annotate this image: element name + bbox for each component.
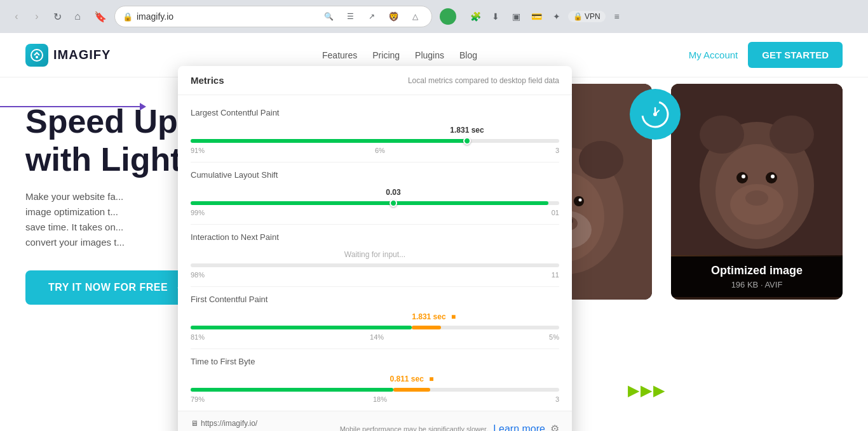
metric-inp-name: Interaction to Next Paint bbox=[191, 232, 559, 242]
metric-ttfb-name: Time to First Byte bbox=[191, 357, 559, 366]
profile-avatar[interactable] bbox=[440, 8, 456, 25]
metric-inp-track bbox=[191, 263, 559, 267]
metric-ttfb-pct-left: 79% bbox=[191, 395, 205, 403]
metric-lcp-pct-left: 91% bbox=[191, 147, 205, 154]
svg-point-26 bbox=[742, 175, 745, 178]
forward-button[interactable]: › bbox=[28, 8, 46, 25]
speed-gauge-icon bbox=[630, 89, 681, 140]
leo-icon[interactable]: ✦ bbox=[548, 8, 566, 25]
address-bar[interactable]: 🔒 imagify.io 🔍 ☰ ↗ 🦁 △ bbox=[114, 6, 432, 27]
metric-ttfb-bar: 0.811 sec ■ 79% 18% 3 bbox=[191, 371, 559, 403]
metric-inp-waiting: Waiting for input... bbox=[344, 250, 405, 259]
metrics-footer: 🖥 https://imagify.io/ 16:03:12 Mobile pe… bbox=[178, 411, 572, 431]
optimized-image-label: Optimized image bbox=[679, 264, 835, 277]
metric-lcp-track bbox=[191, 139, 559, 143]
svg-point-13 bbox=[579, 199, 582, 202]
play-arrow-3: ▶ bbox=[653, 381, 665, 399]
home-button[interactable]: ⌂ bbox=[69, 8, 86, 25]
header-nav: Features Pricing Plugins Blog bbox=[322, 50, 477, 60]
metric-cls-name: Cumulative Layout Shift bbox=[191, 170, 559, 180]
metrics-title: Metrics bbox=[191, 75, 224, 86]
metric-ttfb-pct-mid: 18% bbox=[373, 395, 387, 403]
metric-inp-pct-right: 11 bbox=[552, 271, 559, 279]
metric-fcp-name: First Contentful Paint bbox=[191, 295, 559, 304]
wallet-icon[interactable]: △ bbox=[406, 8, 424, 25]
metric-ttfb-fill-orange bbox=[393, 388, 430, 392]
sidebar-icon[interactable]: ▣ bbox=[507, 8, 525, 25]
brave-shield-icon[interactable]: 🦁 bbox=[384, 8, 402, 25]
refresh-button[interactable]: ↻ bbox=[48, 8, 66, 25]
logo-icon bbox=[25, 44, 48, 67]
wallet2-icon[interactable]: 💳 bbox=[527, 8, 545, 25]
metrics-footer-left: 🖥 https://imagify.io/ 16:03:12 bbox=[191, 419, 257, 431]
metric-lcp-dot bbox=[463, 137, 471, 145]
metric-cls-pct-right: 01 bbox=[552, 209, 559, 216]
metric-cls-percentages: 99% 01 bbox=[191, 209, 559, 216]
nav-features[interactable]: Features bbox=[322, 50, 357, 60]
play-arrow-1: ▶ bbox=[628, 381, 639, 399]
metric-lcp-fill bbox=[191, 139, 467, 143]
svg-point-22 bbox=[770, 116, 814, 154]
metric-cls-track bbox=[191, 201, 559, 205]
metric-fcp-pct-mid: 14% bbox=[370, 333, 384, 341]
metric-cls-dot bbox=[390, 199, 397, 207]
metrics-header: Metrics Local metrics compared to deskto… bbox=[178, 66, 572, 95]
reader-icon[interactable]: ☰ bbox=[341, 8, 359, 25]
optimized-card-image bbox=[671, 84, 843, 256]
metric-inp-pct-left: 98% bbox=[191, 271, 205, 279]
try-btn-label: TRY IT NOW FOR FREE bbox=[48, 282, 168, 293]
metric-ttfb-track bbox=[191, 388, 559, 392]
arrow-head bbox=[140, 103, 146, 110]
menu-icon[interactable]: ≡ bbox=[608, 8, 626, 25]
get-started-button[interactable]: GET STARTED bbox=[748, 42, 843, 68]
metric-ttfb-fill-green bbox=[191, 388, 393, 392]
metric-row-fcp: First Contentful Paint 1.831 sec ■ 81% 1… bbox=[191, 287, 559, 349]
svg-point-1 bbox=[36, 56, 38, 58]
metrics-footer-right: Mobile performance may be significantly … bbox=[340, 423, 559, 431]
svg-point-28 bbox=[771, 175, 775, 178]
metric-row-inp: Interaction to Next Paint Waiting for in… bbox=[191, 225, 559, 287]
browser-chrome: ‹ › ↻ ⌂ 🔖 🔒 imagify.io 🔍 ☰ ↗ 🦁 △ 🧩 ⬇ ▣ 💳… bbox=[0, 0, 868, 33]
vpn-label: VPN bbox=[585, 12, 600, 21]
search-icon[interactable]: 🔍 bbox=[320, 8, 337, 25]
share-icon[interactable]: ↗ bbox=[363, 8, 381, 25]
vpn-badge[interactable]: 🔒 VPN bbox=[568, 11, 606, 22]
bookmark-button[interactable]: 🔖 bbox=[92, 8, 109, 25]
metric-inp-percentages: 98% 11 bbox=[191, 271, 559, 279]
metric-cls-pct-left: 99% bbox=[191, 209, 205, 216]
metric-fcp-bar: 1.831 sec ■ 81% 14% 5% bbox=[191, 309, 559, 341]
svg-point-0 bbox=[31, 50, 43, 61]
play-arrows: ▶ ▶ ▶ bbox=[628, 381, 665, 399]
metric-lcp-percentages: 91% 6% 3 bbox=[191, 147, 559, 154]
nav-buttons: ‹ › ↻ ⌂ bbox=[8, 8, 86, 25]
metric-row-lcp: Largest Contentful Paint 1.831 sec 91% 6… bbox=[191, 100, 559, 162]
back-button[interactable]: ‹ bbox=[8, 8, 25, 25]
logo-area: IMAGIFY bbox=[25, 44, 111, 67]
download-icon[interactable]: ⬇ bbox=[487, 8, 505, 25]
nav-blog[interactable]: Blog bbox=[459, 50, 477, 60]
metric-lcp-name: Largest Contentful Paint bbox=[191, 108, 559, 117]
metrics-url-text: https://imagify.io/ bbox=[201, 419, 257, 428]
metric-fcp-percentages: 81% 14% 5% bbox=[191, 333, 559, 341]
page-area: IMAGIFY Features Pricing Plugins Blog My… bbox=[0, 33, 868, 431]
metrics-body: Largest Contentful Paint 1.831 sec 91% 6… bbox=[178, 95, 572, 411]
nav-plugins[interactable]: Plugins bbox=[415, 50, 444, 60]
metric-ttfb-percentages: 79% 18% 3 bbox=[191, 395, 559, 403]
play-arrow-2: ▶ bbox=[641, 381, 652, 399]
url-text: imagify.io bbox=[137, 11, 316, 22]
security-icon: 🔒 bbox=[123, 12, 133, 22]
extensions-icon[interactable]: 🧩 bbox=[466, 8, 484, 25]
svg-point-3 bbox=[653, 112, 657, 116]
nav-pricing[interactable]: Pricing bbox=[372, 50, 400, 60]
optimized-image-card: Optimized image 196 KB · AVIF bbox=[671, 84, 843, 300]
metric-fcp-fill-green bbox=[191, 326, 412, 329]
vpn-icon: 🔒 bbox=[573, 12, 583, 21]
browser-right-toolbar: 🧩 ⬇ ▣ 💳 ✦ 🔒 VPN ≡ bbox=[466, 8, 626, 25]
my-account-link[interactable]: My Account bbox=[689, 50, 738, 60]
arrow-line bbox=[0, 106, 140, 107]
svg-point-7 bbox=[579, 141, 623, 179]
metrics-url: 🖥 https://imagify.io/ bbox=[191, 419, 257, 428]
metric-fcp-track bbox=[191, 326, 559, 329]
gear-icon[interactable]: ⚙ bbox=[550, 423, 559, 431]
metrics-learn-more-link[interactable]: Learn more bbox=[493, 423, 545, 432]
